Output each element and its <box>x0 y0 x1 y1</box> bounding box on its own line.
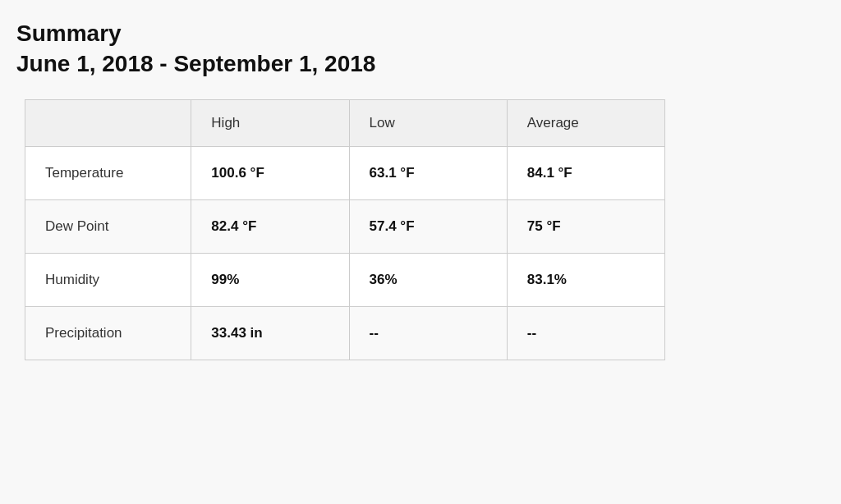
table-row: Dew Point82.4 °F57.4 °F75 °F <box>25 199 665 253</box>
row-label: Temperature <box>25 146 191 199</box>
summary-table: High Low Average Temperature100.6 °F63.1… <box>25 99 665 360</box>
col-header-label <box>25 99 191 146</box>
summary-table-container: High Low Average Temperature100.6 °F63.1… <box>25 99 825 360</box>
table-header-row: High Low Average <box>25 99 665 146</box>
page-subtitle: June 1, 2018 - September 1, 2018 <box>16 48 825 80</box>
row-average: 84.1 °F <box>507 146 664 199</box>
table-row: Precipitation33.43 in---- <box>25 306 665 360</box>
table-row: Humidity99%36%83.1% <box>25 253 665 306</box>
row-label: Precipitation <box>25 306 191 360</box>
row-high: 99% <box>191 253 349 306</box>
row-high: 100.6 °F <box>191 146 349 199</box>
row-low: -- <box>349 306 507 360</box>
col-header-low: Low <box>349 99 507 146</box>
row-low: 63.1 °F <box>349 146 507 199</box>
row-low: 57.4 °F <box>349 199 507 253</box>
col-header-average: Average <box>507 99 664 146</box>
row-average: 83.1% <box>507 253 664 306</box>
row-low: 36% <box>349 253 507 306</box>
table-row: Temperature100.6 °F63.1 °F84.1 °F <box>25 146 665 199</box>
row-high: 33.43 in <box>191 306 349 360</box>
header-section: Summary June 1, 2018 - September 1, 2018 <box>16 20 825 80</box>
row-average: -- <box>507 306 664 360</box>
row-label: Dew Point <box>25 199 191 253</box>
row-label: Humidity <box>25 253 191 306</box>
page-title: Summary <box>16 20 825 48</box>
row-average: 75 °F <box>507 199 664 253</box>
col-header-high: High <box>191 99 349 146</box>
row-high: 82.4 °F <box>191 199 349 253</box>
